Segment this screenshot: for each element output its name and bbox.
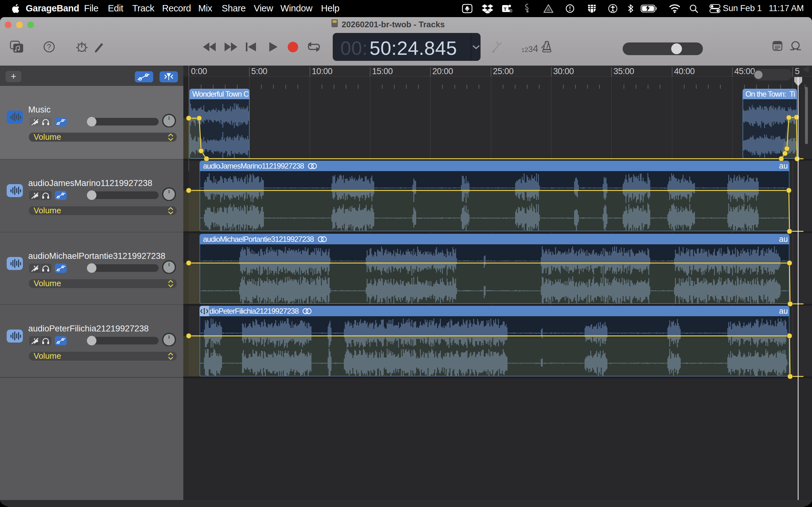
svg-text:T: T (504, 6, 507, 12)
svg-text:?: ? (47, 43, 51, 51)
